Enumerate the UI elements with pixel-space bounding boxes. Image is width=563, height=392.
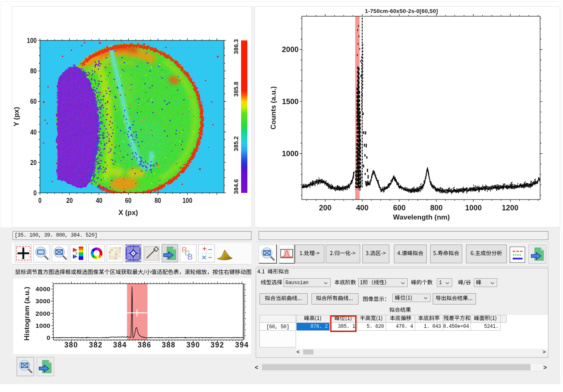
svg-text:40: 40 [30, 128, 37, 136]
svg-text:2000: 2000 [35, 310, 50, 317]
svg-text:388: 388 [162, 341, 176, 349]
svg-text:1500: 1500 [282, 97, 299, 106]
svg-text:Wavelength (nm): Wavelength (nm) [393, 213, 450, 221]
svg-text:20: 20 [30, 159, 37, 167]
svg-text:0: 0 [47, 334, 50, 341]
svg-text:0: 0 [33, 189, 37, 197]
svg-text:2000: 2000 [282, 45, 299, 54]
svg-text:Histogram (a.u.): Histogram (a.u.) [23, 287, 31, 340]
svg-text:40: 40 [96, 197, 102, 205]
svg-text:382: 382 [89, 341, 103, 349]
svg-text:0: 0 [38, 197, 42, 205]
svg-text:200: 200 [319, 204, 331, 212]
svg-text:3000: 3000 [35, 297, 50, 305]
svg-text:20: 20 [66, 197, 73, 205]
svg-text:384: 384 [113, 341, 127, 349]
svg-text:80: 80 [154, 197, 161, 205]
svg-text:386: 386 [138, 341, 152, 349]
svg-text:B: B [187, 253, 193, 261]
svg-text:390: 390 [187, 341, 200, 349]
svg-text:1000: 1000 [35, 322, 50, 329]
svg-text:X (px): X (px) [119, 209, 138, 217]
svg-text:80: 80 [30, 67, 37, 75]
svg-text:1000: 1000 [465, 204, 482, 212]
svg-text:100: 100 [27, 37, 37, 45]
svg-text:380: 380 [65, 341, 78, 349]
svg-text:Counts (a.u.): Counts (a.u.) [269, 86, 277, 130]
svg-text:1000: 1000 [282, 150, 299, 158]
svg-text:400: 400 [356, 204, 369, 212]
svg-text:394: 394 [235, 341, 249, 349]
svg-text:60: 60 [125, 197, 132, 205]
svg-text:Y (px): Y (px) [12, 107, 20, 127]
svg-text:60: 60 [30, 97, 37, 105]
svg-text:385.2: 385.2 [233, 136, 239, 151]
svg-text:100: 100 [182, 197, 192, 205]
svg-text:1-750cm-60x50-2s-0[60,50]: 1-750cm-60x50-2s-0[60,50] [365, 8, 438, 14]
svg-text:385.8: 385.8 [233, 82, 239, 97]
svg-text:600: 600 [393, 204, 406, 212]
svg-text:392: 392 [211, 341, 224, 349]
svg-text:386.3: 386.3 [233, 39, 239, 54]
svg-text:1200: 1200 [502, 204, 518, 212]
svg-text:384.6: 384.6 [233, 179, 239, 194]
svg-text:4000: 4000 [35, 285, 50, 292]
svg-text:800: 800 [430, 204, 443, 212]
